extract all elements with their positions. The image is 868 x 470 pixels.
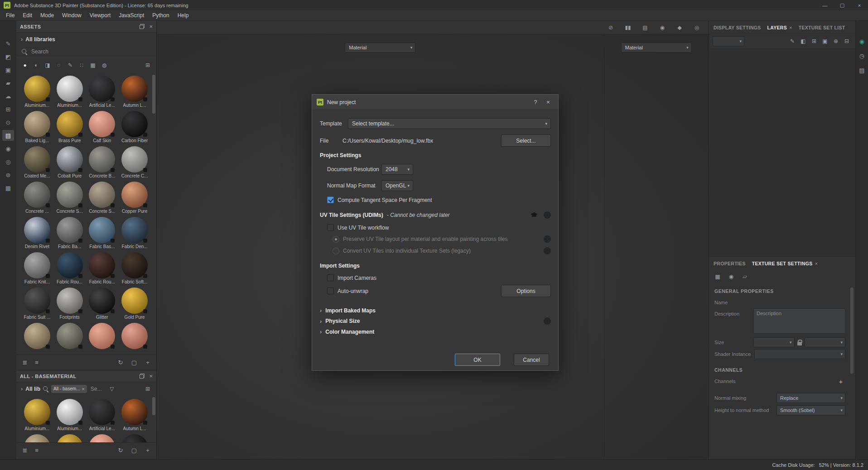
paint-mode-icon[interactable]: ▤ [2,130,14,141]
filter-textures-icon[interactable]: ▦ [88,60,98,70]
cancel-button[interactable]: Cancel [514,354,549,366]
preserve-uv-radio[interactable] [333,236,339,243]
thumbnail-view-icon[interactable]: ≣ [20,358,30,368]
material-tile[interactable]: Fabric Bas... [86,217,118,252]
uv-grid-view-icon[interactable]: ▱ [740,272,750,282]
add-paint-layer-icon[interactable]: ✎ [787,36,797,46]
tab-layers[interactable]: LAYERS × [767,25,792,30]
remove-tag-icon[interactable]: × [82,386,84,392]
properties-scrollbar[interactable] [850,288,854,374]
add-smart-material-icon[interactable]: ⊞ [809,36,819,46]
document-resolution-dropdown[interactable]: 2048 [381,164,413,175]
tablet-display-icon[interactable]: ▤ [640,23,651,33]
viewport-3d-mode-dropdown[interactable]: Material [345,43,415,53]
size-height-dropdown[interactable] [805,337,846,347]
physical-size-section[interactable]: › Physical Size [320,317,551,325]
maximize-button[interactable]: ▢ [834,0,851,10]
menu-item[interactable]: Python [148,10,173,21]
history-icon[interactable]: ◷ [857,51,867,61]
dialog-titlebar[interactable]: Pt New project ? × [312,95,558,110]
smudge-tool-icon[interactable]: ☁ [2,91,14,101]
filter-materials-icon[interactable]: ● [20,60,30,70]
material-tile[interactable]: Artificial Le... [86,399,118,434]
material-tile[interactable]: Brass Pure [54,111,86,146]
convert-uv-radio[interactable] [333,248,339,254]
material-tile[interactable]: Denim Rivet [21,217,53,252]
assets-library-row[interactable]: › All libraries [16,33,156,46]
material-tile[interactable] [119,323,150,355]
assets-search-input[interactable] [30,48,151,55]
layer-blend-mode-dropdown[interactable] [713,36,744,46]
normal-mixing-dropdown[interactable]: Replace [776,393,845,403]
add-fill-layer-icon[interactable]: ◧ [798,36,808,46]
material-tile[interactable]: Glitter [86,288,118,323]
layers-list[interactable] [709,48,855,256]
info-icon[interactable] [544,317,551,325]
use-uv-workflow-checkbox[interactable] [327,224,334,231]
grid-view-icon[interactable]: ⊞ [144,384,152,394]
projection-tool-icon[interactable]: ▣ [2,64,14,75]
refresh-icon[interactable]: ↻ [116,358,125,368]
material-tile[interactable]: Fabric Rou... [86,252,118,288]
add-resources-icon[interactable]: + [143,446,153,456]
import-cameras-checkbox[interactable] [327,274,334,281]
basematerial-search-input[interactable] [90,385,105,393]
menu-item[interactable]: Help [174,10,193,21]
material-tile[interactable]: Aluminium... [21,399,53,434]
material-tile[interactable]: Fabric Den... [119,217,150,252]
assets-scrollbar[interactable] [152,75,155,114]
list-view-icon[interactable]: ≡ [32,358,42,368]
tab-texture-set-list[interactable]: TEXTURE SET LIST [799,25,845,30]
info-icon[interactable] [544,235,551,243]
expand-view-icon[interactable]: ▢ [129,358,139,368]
polygon-fill-tool-icon[interactable]: ▰ [2,77,14,88]
material-tile[interactable]: Calf Skin [86,434,118,442]
render-mode-icon[interactable]: ◉ [2,143,14,154]
clone-tool-icon[interactable]: ⊞ [2,104,14,115]
undock-panel-icon[interactable] [140,24,145,29]
material-tile[interactable]: Carbon Fiber [119,111,150,146]
material-tile[interactable] [21,323,53,355]
material-tile[interactable]: Concrete ... [21,182,53,217]
material-tile[interactable]: Footprints [54,288,86,323]
material-tile[interactable]: Baked Lig... [21,111,53,146]
unwrap-options-button[interactable]: Options [501,285,551,297]
shader-settings-icon[interactable]: ⊚ [2,169,14,180]
material-tile[interactable] [86,323,118,355]
tab-texture-set-settings[interactable]: TEXTURE SET SETTINGS × [752,261,818,266]
thumbnail-view-icon[interactable]: ≣ [20,446,30,456]
select-file-button[interactable]: Select... [501,134,551,147]
eraser-tool-icon[interactable]: ◩ [2,51,14,62]
material-tile[interactable]: Fabric Knit... [21,252,53,288]
filter-particles-icon[interactable]: ∷ [77,60,87,70]
menu-item[interactable]: Window [58,10,86,21]
material-tile[interactable]: Fabric Rou... [54,252,86,288]
material-tile[interactable]: Baked Lig... [21,434,53,442]
add-group-icon[interactable]: ▣ [820,36,830,46]
console-log-icon[interactable]: ▤ [857,65,867,75]
chevron-right-icon[interactable]: › [21,385,23,392]
undock-panel-icon[interactable] [140,374,145,379]
dialog-close-button[interactable]: × [542,96,555,109]
learn-more-icon[interactable] [530,212,538,218]
material-tile[interactable] [54,323,86,355]
channels-view-icon[interactable]: ▦ [713,272,723,282]
material-tile[interactable]: Autumn L... [119,399,150,434]
close-tab-icon[interactable]: × [815,261,818,266]
display-settings-mode-icon[interactable]: ◎ [2,156,14,167]
filter-brushes-icon[interactable]: ✎ [65,60,75,70]
material-tile[interactable]: Fabric Suit ... [21,288,53,323]
environment-sphere-icon[interactable]: ◉ [657,23,668,33]
grid-view-icon[interactable]: ⊞ [143,60,153,70]
list-view-icon[interactable]: ≡ [32,446,42,456]
color-management-section[interactable]: › Color Management [320,328,551,335]
template-dropdown[interactable]: Select template... [348,118,551,129]
filter-funnel-icon[interactable]: ▽ [108,384,116,394]
material-tile[interactable]: Coated Me... [21,146,53,182]
material-picker-icon[interactable]: ⊙ [2,117,14,128]
shelf-icon[interactable]: ◉ [857,36,867,46]
material-tile[interactable]: Concrete B... [86,146,118,182]
menu-item[interactable]: Mode [36,10,58,21]
material-tile[interactable]: Concrete C... [119,146,150,182]
tab-properties[interactable]: PROPERTIES [714,261,746,266]
